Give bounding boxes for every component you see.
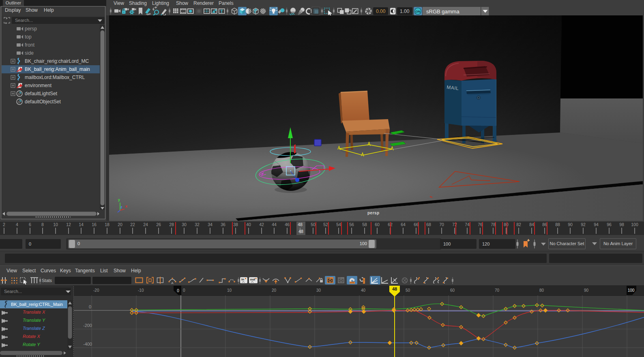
svg-text:86: 86 [542, 222, 547, 227]
svg-text:48: 48 [298, 229, 303, 234]
svg-text:Stats: Stats [42, 278, 52, 283]
svg-text:persp: persp [25, 26, 37, 32]
svg-text:50: 50 [311, 222, 316, 227]
svg-text:60: 60 [375, 222, 380, 227]
svg-text:out: out [250, 278, 255, 281]
svg-text:26: 26 [156, 222, 161, 227]
svg-text:84: 84 [529, 222, 534, 227]
svg-text:20: 20 [118, 222, 122, 227]
svg-text:52: 52 [323, 222, 328, 227]
svg-text:98: 98 [619, 222, 624, 227]
svg-text:0.00: 0.00 [376, 9, 386, 14]
svg-text:mailboxLord:Mailbox_CTRL: mailboxLord:Mailbox_CTRL [25, 75, 85, 80]
svg-text:78: 78 [491, 222, 496, 227]
svg-text:6: 6 [29, 222, 31, 227]
svg-text:persp: persp [367, 211, 380, 215]
svg-text:A: A [171, 281, 174, 285]
svg-text:10: 10 [227, 288, 232, 293]
svg-text:100: 100 [631, 222, 638, 227]
svg-text:z: z [120, 205, 122, 209]
svg-text:94: 94 [594, 222, 599, 227]
svg-text:0: 0 [89, 304, 91, 309]
svg-text:34: 34 [208, 222, 213, 227]
svg-text:90: 90 [584, 288, 589, 293]
svg-text:BK_ball_rerig:Anim_ball_main: BK_ball_rerig:Anim_ball_main [25, 66, 90, 72]
svg-text:y: y [118, 198, 120, 202]
svg-text:18: 18 [105, 222, 109, 227]
svg-text:24: 24 [143, 222, 148, 227]
svg-text:58: 58 [362, 222, 367, 227]
svg-text:ON: ON [416, 10, 421, 13]
svg-text:74: 74 [465, 222, 470, 227]
svg-text:environment: environment [25, 83, 52, 88]
svg-text:90: 90 [568, 222, 573, 227]
svg-text:-200: -200 [83, 323, 92, 328]
svg-text:side: side [25, 50, 34, 56]
svg-text:38: 38 [233, 222, 238, 227]
svg-text:2: 2 [3, 222, 5, 227]
svg-text:42: 42 [259, 222, 264, 227]
svg-text:22: 22 [130, 222, 135, 227]
svg-text:12: 12 [66, 222, 71, 227]
svg-text:sRGB gamma: sRGB gamma [426, 9, 459, 15]
svg-text:0: 0 [183, 288, 185, 293]
svg-text:50: 50 [406, 288, 410, 293]
svg-text:1.00: 1.00 [400, 9, 410, 14]
svg-text:30: 30 [182, 222, 187, 227]
svg-text:70: 70 [495, 288, 500, 293]
svg-text:x: x [125, 204, 127, 208]
svg-text:8: 8 [41, 222, 44, 227]
svg-text:40: 40 [361, 288, 366, 293]
svg-text:10: 10 [53, 222, 58, 227]
svg-text:16: 16 [92, 222, 97, 227]
svg-text:92: 92 [581, 222, 586, 227]
svg-text:40: 40 [246, 222, 251, 227]
svg-text:46: 46 [285, 222, 290, 227]
svg-text:-20: -20 [93, 288, 99, 293]
svg-text:76: 76 [478, 222, 483, 227]
svg-text:32: 32 [195, 222, 200, 227]
svg-text:top: top [25, 34, 32, 40]
svg-text:4: 4 [16, 222, 18, 227]
svg-text:T: T [220, 9, 223, 14]
svg-text:88: 88 [555, 222, 560, 227]
svg-text:0: 0 [177, 289, 179, 293]
svg-text:defaultLightSet: defaultLightSet [25, 91, 58, 96]
svg-text:BK_chair_rerig:chairLord_MC: BK_chair_rerig:chairLord_MC [25, 58, 89, 64]
svg-text:-400: -400 [83, 342, 92, 346]
svg-text:30: 30 [316, 288, 321, 293]
svg-text:48: 48 [392, 286, 397, 291]
svg-text:100: 100 [628, 288, 635, 293]
svg-text:70: 70 [439, 222, 444, 227]
svg-text:80: 80 [539, 288, 544, 293]
svg-text:-10: -10 [138, 288, 144, 293]
svg-text:96: 96 [607, 222, 612, 227]
svg-text:60: 60 [450, 288, 455, 293]
svg-text:front: front [25, 42, 35, 48]
svg-text:48: 48 [298, 222, 303, 227]
svg-text:66: 66 [414, 222, 419, 227]
svg-text:54: 54 [336, 222, 341, 227]
svg-text:defaultObjectSet: defaultObjectSet [25, 99, 61, 105]
svg-text:64: 64 [401, 222, 406, 227]
svg-text:44: 44 [272, 222, 277, 227]
svg-text:68: 68 [426, 222, 431, 227]
svg-text:82: 82 [516, 222, 521, 227]
svg-text:in: in [241, 278, 244, 281]
svg-text:14: 14 [79, 222, 84, 227]
svg-text:72: 72 [452, 222, 457, 227]
svg-text:56: 56 [349, 222, 354, 227]
svg-text:28: 28 [169, 222, 174, 227]
svg-text:20: 20 [272, 288, 277, 293]
svg-text:36: 36 [221, 222, 225, 227]
svg-text:80: 80 [504, 222, 509, 227]
